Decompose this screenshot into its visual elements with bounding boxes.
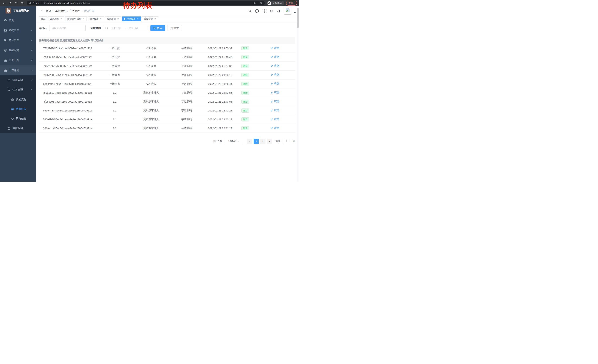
table-row: 725a1eb6-7b88-11ec-8ef0-acde48001122 一级审… [39,62,295,71]
breadcrumb-task-mgmt[interactable]: 任务管理 [70,9,80,13]
help-icon[interactable] [262,9,266,13]
approve-button[interactable]: 审批 [270,47,279,50]
caret-down-icon[interactable] [294,12,296,13]
font-size-icon[interactable] [277,9,281,13]
status-badge: 激活 [241,117,249,121]
edit-icon [270,73,273,76]
tab-process-form-edit[interactable]: 流程表单-编辑 [65,16,87,21]
approve-button[interactable]: 审批 [270,126,279,130]
end-date-input[interactable] [126,27,141,29]
reset-button[interactable]: 重置 [167,25,182,31]
reload-icon[interactable] [14,1,18,6]
table-row: 73211d9d-7b9b-11ec-b5b7-acde48001122 一级审… [39,44,295,53]
cell-task-name: 1.1 [96,100,133,103]
close-icon[interactable] [82,18,85,20]
close-icon[interactable] [117,18,119,20]
search-icon[interactable] [248,9,252,13]
sidebar-item-dev-tools[interactable]: 研发工具 [0,55,36,65]
approve-button[interactable]: 审批 [270,82,279,85]
sidebar-item-leave-query[interactable]: 请假查询 [0,123,36,133]
approve-button[interactable]: 审批 [270,91,279,94]
approve-button[interactable]: 审批 [270,64,279,68]
todo-task-table: 任务编号任务名称所属流程流程发起人创建时间状态操作 73211d9d-7b9b-… [39,37,295,133]
back-icon[interactable] [2,1,7,6]
edit-icon [270,109,273,112]
search-button[interactable]: 搜索 [150,25,165,31]
sidebar-item-my-process[interactable]: 我的流程 [0,95,36,104]
scrollbar-thumb[interactable] [297,8,299,28]
sidebar-item-home[interactable]: 首页 [0,15,36,25]
approve-button[interactable]: 审批 [270,118,279,121]
refresh-icon [170,27,173,29]
github-icon[interactable] [255,9,259,13]
page-button-2[interactable]: 2 [260,139,266,144]
table-row: 580e1b3d-7ac8-11ec-a9e2-a2380e71991a 1.1… [39,115,295,124]
column-header: 任务名称 [49,39,60,42]
next-page-button[interactable]: › [267,139,272,144]
star-icon[interactable] [259,1,263,5]
update-menu-button[interactable]: 更新 [286,1,297,6]
table-body: 73211d9d-7b9b-11ec-b5b7-acde48001122 一级审… [39,44,295,133]
scrollbar-track[interactable] [297,6,299,182]
hamburger-icon[interactable] [39,9,43,13]
tab-process-detail[interactable]: 流程详情 [142,16,158,21]
edit-icon [270,65,273,67]
status-badge: 激活 [241,64,249,68]
cell-actions: 审批 [254,100,295,103]
url-bar[interactable]: 不安全 dashboard.yudao.iocoder.cn /bpm/task… [27,1,265,5]
tab-home[interactable]: 首页 [39,16,47,21]
tab-start-process[interactable]: 发起流程 [48,16,64,21]
process-name-input[interactable] [49,25,86,31]
sidebar-item-workflow[interactable]: 工作流程 [0,65,36,75]
prev-page-button[interactable]: ‹ [247,139,252,144]
security-label[interactable]: 不安全 [33,1,40,5]
sidebar-item-todo-tasks[interactable]: 待办任务 [0,104,36,114]
sidebar-item-payment[interactable]: ¥ 支付管理 [0,35,36,45]
start-date-input[interactable] [109,27,123,29]
edit-icon [270,118,273,121]
breadcrumb-home[interactable]: 首页 [46,9,51,13]
tab-done-tasks[interactable]: 已办任务 [88,16,104,21]
key-icon[interactable] [253,1,256,5]
workflow-submenu: 流程管理 任务管理 我的流程 待办任务 已办任务 [0,75,36,133]
approve-button[interactable]: 审批 [270,109,279,112]
sidebar: 芋道管理系统 首页 系统管理 ¥ 支付管理 基础设施 研发工具 [0,6,36,182]
eye-closed-icon [11,117,14,121]
chevron-up-icon [31,69,33,72]
home-icon[interactable] [20,1,25,6]
date-range-picker[interactable]: - [103,25,148,31]
tab-my-process[interactable]: 我的流程 [105,16,121,21]
avatar[interactable] [284,7,291,15]
approve-button[interactable]: 审批 [270,73,279,76]
goto-page-input[interactable] [283,139,290,144]
page-button-1[interactable]: 1 [254,139,259,144]
tab-todo-tasks[interactable]: 待办任务 [122,16,141,21]
close-icon[interactable] [137,18,139,20]
cell-process: 测试多审批人 [133,91,169,94]
warning-icon [29,2,32,4]
sidebar-item-process-mgmt[interactable]: 流程管理 [0,75,36,85]
close-icon[interactable] [154,18,156,20]
edit-icon [270,91,273,94]
approve-button[interactable]: 审批 [270,100,279,103]
cell-initiator: 芋道源码 [169,109,204,112]
sidebar-item-done-tasks[interactable]: 已办任务 [0,114,36,123]
approve-button[interactable]: 审批 [270,55,279,59]
close-icon[interactable] [60,18,62,20]
edit-icon [270,82,273,85]
close-icon[interactable] [100,18,102,20]
status-badge: 激活 [241,46,249,50]
sidebar-item-infrastructure[interactable]: 基础设施 [0,45,36,55]
cell-status: 激活 [236,91,254,95]
fullscreen-icon[interactable] [270,9,274,13]
sidebar-logo[interactable]: 芋道管理系统 [0,6,36,15]
broken-image-icon [285,8,290,12]
sidebar-item-task-mgmt[interactable]: 任务管理 [0,85,36,95]
tags-view: 首页 发起流程 流程表单-编辑 已办任务 我的流程 待办任务 流程详情 [36,16,299,22]
sidebar-item-system[interactable]: 系统管理 [0,25,36,35]
forward-icon[interactable] [8,1,13,6]
table-row: 8f059c03-7ac8-11ec-a9e2-a2380e71991a 1.1… [39,97,295,106]
page-size-select[interactable]: 10条/页 [225,139,243,144]
cell-task-name: 一级审批 [96,82,133,86]
breadcrumb-workflow[interactable]: 工作流程 [55,9,66,13]
